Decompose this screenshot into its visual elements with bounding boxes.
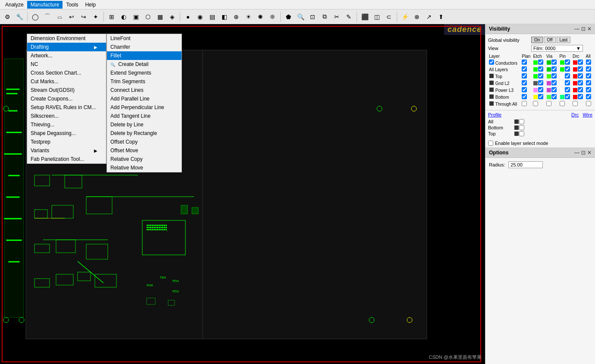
- toolbar-btn-17[interactable]: ▤: [207, 11, 218, 22]
- profile-top-check[interactable]: [519, 131, 524, 136]
- alllayers-via[interactable]: [551, 66, 557, 72]
- drafting-fillet[interactable]: Fillet: [107, 51, 182, 60]
- gndl2-pin[interactable]: [565, 80, 570, 85]
- toolbar-btn-2[interactable]: 🔧: [14, 11, 25, 22]
- profile-all-check[interactable]: [519, 119, 524, 124]
- powerl3-etch[interactable]: [538, 87, 543, 92]
- drafting-delete-by-rect[interactable]: Delete by Rectangle: [107, 129, 182, 138]
- powerl3-plan[interactable]: [522, 87, 527, 92]
- toolbar-btn-34[interactable]: ↗: [423, 11, 435, 22]
- canvas-area[interactable]: cadence: [0, 24, 485, 364]
- conductors-via[interactable]: [551, 60, 557, 65]
- drafting-linefont[interactable]: LineFont: [107, 34, 182, 43]
- toolbar-btn-32[interactable]: ⚡: [399, 11, 410, 22]
- toolbar-btn-20[interactable]: ☀: [243, 11, 254, 22]
- drafting-chamfer[interactable]: Chamfer: [107, 43, 182, 51]
- visibility-restore[interactable]: ⊡: [581, 26, 586, 32]
- powerl3-all[interactable]: [586, 87, 591, 92]
- top-etch[interactable]: [538, 73, 543, 78]
- radius-input[interactable]: [508, 161, 543, 168]
- toolbar-btn-1[interactable]: ⚙: [2, 11, 13, 22]
- visibility-off-btn[interactable]: Off: [544, 37, 555, 43]
- toolbar-btn-18[interactable]: ◧: [219, 11, 230, 22]
- drafting-relative-copy[interactable]: Relative Copy: [107, 155, 182, 163]
- toolbar-btn-7[interactable]: ↪: [78, 11, 89, 22]
- gndl2-drc[interactable]: [578, 80, 583, 85]
- profile-wire-link[interactable]: Wire: [582, 112, 592, 117]
- conductors-plan[interactable]: [522, 60, 527, 65]
- toolbar-btn-3[interactable]: ◯: [30, 11, 41, 22]
- view-select[interactable]: Film: 0000 ▼: [531, 45, 583, 52]
- powerl3-drc[interactable]: [578, 87, 583, 92]
- alllayers-plan[interactable]: [522, 66, 527, 72]
- toolbar-btn-22[interactable]: ❊: [267, 11, 278, 22]
- toolbar-btn-27[interactable]: ✂: [331, 11, 342, 22]
- top-pin[interactable]: [565, 73, 570, 78]
- gndl2-via[interactable]: [551, 80, 557, 85]
- menu-item-silkscreen[interactable]: Silkscreen...: [27, 112, 106, 120]
- gndl2-etch[interactable]: [538, 80, 543, 85]
- toolbar-btn-16[interactable]: ◉: [194, 11, 206, 22]
- toolbar-btn-33[interactable]: ⊗: [411, 11, 423, 22]
- toolbar-btn-14[interactable]: ◈: [166, 11, 178, 22]
- bottom-drc[interactable]: [578, 94, 583, 99]
- menu-item-cross-section[interactable]: Cross Section Chart...: [27, 69, 106, 77]
- drafting-create-detail[interactable]: 🔍 Create Detail: [107, 60, 182, 69]
- toolbar-btn-4[interactable]: ⌒: [42, 11, 53, 22]
- drafting-add-tangent[interactable]: Add Tangent Line: [107, 112, 182, 120]
- alllayers-pin[interactable]: [565, 66, 570, 72]
- conductors-all[interactable]: [586, 60, 591, 65]
- conductors-drc[interactable]: [578, 60, 583, 65]
- toolbar-btn-12[interactable]: ⬡: [142, 11, 153, 22]
- conductors-pin[interactable]: [565, 60, 570, 65]
- share-icon[interactable]: ⬆: [435, 11, 447, 22]
- toolbar-btn-28[interactable]: ✎: [343, 11, 354, 22]
- menu-item-shape-degassing[interactable]: Shape Degassing...: [27, 129, 106, 138]
- toolbar-btn-6[interactable]: ↩: [66, 11, 77, 22]
- menu-item-fab-panel[interactable]: Fab Panelization Tool...: [27, 155, 106, 163]
- toolbar-btn-9[interactable]: ⊞: [106, 11, 117, 22]
- menu-item-thieving[interactable]: Thieving...: [27, 120, 106, 129]
- menu-item-variants[interactable]: Variants ▶: [27, 146, 106, 155]
- conductors-check[interactable]: [489, 60, 494, 65]
- options-close[interactable]: ✕: [587, 150, 592, 156]
- toolbar-btn-8[interactable]: ✦: [90, 11, 101, 22]
- throughall-all[interactable]: [586, 101, 591, 106]
- drafting-offset-copy[interactable]: Offset Copy: [107, 138, 182, 146]
- profile-bottom-check[interactable]: [519, 125, 524, 130]
- menu-item-drafting[interactable]: Drafting ▶: [27, 43, 106, 51]
- visibility-last-btn[interactable]: Last: [557, 37, 571, 43]
- bottom-etch[interactable]: [538, 94, 543, 99]
- menu-item-create-coupons[interactable]: Create Coupons...: [27, 94, 106, 103]
- toolbar-btn-23[interactable]: ⬟: [283, 11, 294, 22]
- menu-item-dimension-env[interactable]: Dimension Environment: [27, 34, 106, 43]
- drafting-extend-segments[interactable]: Extend Segments: [107, 69, 182, 77]
- toolbar-btn-13[interactable]: ▦: [154, 11, 166, 22]
- throughall-via[interactable]: [546, 101, 551, 106]
- options-minimize[interactable]: —: [574, 150, 579, 156]
- throughall-etch[interactable]: [533, 101, 538, 106]
- drafting-relative-move[interactable]: Relative Move: [107, 163, 182, 172]
- toolbar-btn-19[interactable]: ⊕: [231, 11, 242, 22]
- toolbar-btn-10[interactable]: ◐: [118, 11, 129, 22]
- menu-item-testprep[interactable]: Testprep: [27, 138, 106, 146]
- throughall-drc[interactable]: [573, 101, 578, 106]
- menu-item-setup-ravel[interactable]: Setup RAVEL Rules in CM...: [27, 103, 106, 112]
- visibility-on-btn[interactable]: On: [531, 37, 543, 43]
- bottom-pin[interactable]: [565, 94, 570, 99]
- layer-select-checkbox[interactable]: [488, 141, 493, 146]
- bottom-via[interactable]: [551, 94, 557, 99]
- throughall-pin[interactable]: [560, 101, 565, 106]
- top-all[interactable]: [586, 73, 591, 78]
- toolbar-btn-31[interactable]: ⊂: [383, 11, 395, 22]
- toolbar-btn-30[interactable]: ◫: [371, 11, 382, 22]
- drafting-add-parallel[interactable]: Add Parallel Line: [107, 94, 182, 103]
- drafting-offset-move[interactable]: Offset Move: [107, 146, 182, 155]
- alllayers-all[interactable]: [586, 66, 591, 72]
- profile-drc-link[interactable]: Drc: [571, 112, 579, 117]
- toolbar-btn-29[interactable]: ⬛: [359, 11, 370, 22]
- top-via[interactable]: [551, 73, 557, 78]
- alllayers-etch[interactable]: [538, 66, 543, 72]
- drafting-trim-segments[interactable]: Trim Segments: [107, 77, 182, 86]
- visibility-close[interactable]: ✕: [587, 26, 592, 32]
